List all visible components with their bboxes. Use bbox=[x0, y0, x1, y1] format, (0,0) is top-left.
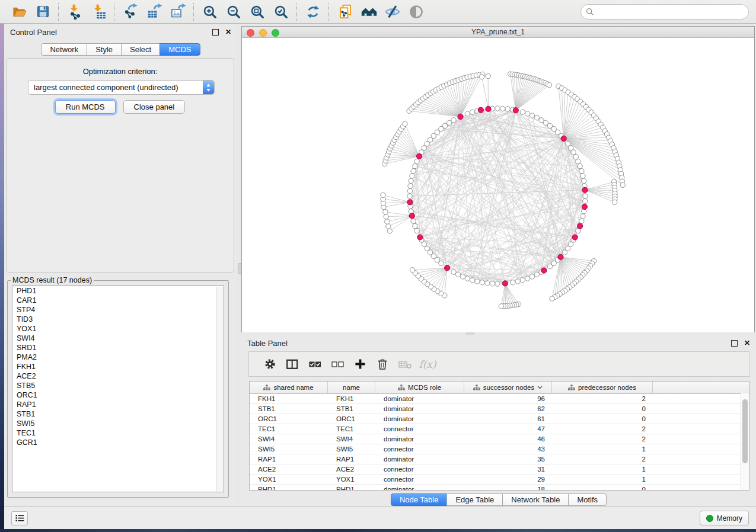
mcds-result-list[interactable]: PHD1CAR1STP4TID3YOX1SWI4SRD1PMA2FKH1ACE2… bbox=[12, 286, 224, 492]
graph-node[interactable] bbox=[465, 276, 470, 281]
graph-node[interactable] bbox=[414, 228, 419, 233]
graph-node[interactable] bbox=[571, 150, 576, 155]
table-cell[interactable]: 2 bbox=[552, 394, 653, 403]
graph-node[interactable] bbox=[529, 113, 534, 118]
graph-hub-node[interactable] bbox=[572, 235, 578, 240]
table-cell[interactable]: STB1 bbox=[328, 404, 375, 414]
table-row[interactable]: SWI5SWI5connector431 bbox=[250, 444, 749, 454]
table-cell[interactable]: dominator bbox=[375, 394, 464, 403]
table-cell[interactable]: 0 bbox=[552, 414, 653, 424]
table-cell[interactable]: 43 bbox=[464, 444, 552, 454]
graph-hub-node[interactable] bbox=[417, 153, 422, 159]
table-cell[interactable]: YOX1 bbox=[328, 475, 375, 484]
hide-details-icon[interactable] bbox=[381, 2, 404, 22]
graph-hub-node[interactable] bbox=[407, 200, 413, 205]
table-cell[interactable]: 46 bbox=[464, 434, 552, 444]
graph-node[interactable] bbox=[500, 106, 505, 111]
delete-column-icon[interactable] bbox=[371, 355, 394, 373]
graph-node[interactable] bbox=[520, 278, 525, 283]
graph-node[interactable] bbox=[414, 159, 419, 164]
mcds-result-item[interactable]: TID3 bbox=[12, 315, 224, 324]
table-cell[interactable]: RAP1 bbox=[250, 454, 328, 464]
mcds-list-scrollbar[interactable] bbox=[216, 287, 223, 491]
table-cell[interactable]: dominator bbox=[375, 485, 464, 491]
table-cell[interactable]: 2 bbox=[552, 424, 653, 434]
zoom-fit-icon[interactable] bbox=[245, 2, 269, 22]
window-minimize-icon[interactable] bbox=[259, 29, 267, 37]
create-column-icon[interactable] bbox=[349, 355, 371, 373]
open-session-icon[interactable] bbox=[7, 2, 31, 22]
mcds-result-item[interactable]: FKH1 bbox=[12, 362, 224, 371]
graph-node[interactable] bbox=[534, 272, 539, 277]
zoom-in-icon[interactable] bbox=[198, 2, 222, 22]
table-cell[interactable]: ORC1 bbox=[250, 414, 328, 424]
table-cell[interactable]: TEC1 bbox=[328, 424, 375, 434]
table-scrollbar[interactable] bbox=[741, 393, 749, 490]
graph-node[interactable] bbox=[455, 272, 460, 277]
graph-node[interactable] bbox=[413, 223, 417, 228]
graph-node[interactable] bbox=[495, 281, 500, 286]
table-cell[interactable]: RAP1 bbox=[328, 454, 375, 464]
graph-hub-node[interactable] bbox=[558, 254, 563, 259]
mcds-result-item[interactable]: SRD1 bbox=[12, 343, 224, 352]
table-row[interactable]: TEC1TEC1connector472 bbox=[250, 424, 749, 434]
graph-node[interactable] bbox=[579, 168, 584, 173]
float-panel-icon[interactable] bbox=[212, 29, 219, 36]
mcds-result-item[interactable]: CAR1 bbox=[12, 296, 224, 305]
graph-node[interactable] bbox=[480, 280, 484, 285]
table-cell[interactable]: 96 bbox=[464, 394, 552, 403]
graph-node[interactable] bbox=[515, 279, 520, 284]
table-cell[interactable]: dominator bbox=[375, 454, 464, 464]
network-canvas[interactable] bbox=[242, 38, 754, 332]
mcds-result-item[interactable]: ACE2 bbox=[12, 371, 224, 381]
graph-node[interactable] bbox=[580, 174, 585, 178]
graph-hub-node[interactable] bbox=[561, 136, 566, 141]
graph-hub-node[interactable] bbox=[513, 108, 518, 113]
window-maximize-icon[interactable] bbox=[272, 29, 279, 37]
graph-node[interactable] bbox=[529, 274, 534, 279]
search-field[interactable] bbox=[580, 4, 749, 20]
graph-leaf-node[interactable] bbox=[387, 229, 392, 233]
export-table-icon[interactable] bbox=[142, 2, 166, 22]
graph-node[interactable] bbox=[470, 278, 474, 283]
graph-node[interactable] bbox=[411, 168, 416, 173]
table-cell[interactable]: 1 bbox=[552, 464, 653, 474]
table-row[interactable]: STB1STB1dominator620 bbox=[250, 404, 749, 414]
graph-node[interactable] bbox=[578, 164, 582, 168]
graph-node[interactable] bbox=[460, 274, 465, 279]
graph-leaf-node[interactable] bbox=[383, 209, 388, 214]
graph-node[interactable] bbox=[525, 111, 529, 116]
table-cell[interactable]: FKH1 bbox=[250, 394, 328, 403]
graph-leaf-node[interactable] bbox=[384, 214, 388, 219]
network-graph[interactable] bbox=[242, 38, 754, 332]
table-cell[interactable]: 1 bbox=[552, 475, 653, 484]
table-row[interactable]: YOX1YOX1connector291 bbox=[250, 475, 749, 485]
graph-node[interactable] bbox=[580, 214, 585, 219]
graph-node[interactable] bbox=[495, 106, 500, 111]
table-row[interactable]: ACE2ACE2connector311 bbox=[250, 464, 749, 475]
graph-node[interactable] bbox=[583, 194, 588, 198]
table-cell[interactable]: SWI5 bbox=[328, 444, 375, 454]
graph-hub-node[interactable] bbox=[541, 268, 547, 273]
zoom-out-icon[interactable] bbox=[222, 2, 245, 22]
table-cell[interactable]: 31 bbox=[464, 464, 552, 474]
graph-hub-node[interactable] bbox=[445, 265, 450, 271]
select-all-columns-icon[interactable] bbox=[304, 355, 326, 373]
mcds-result-item[interactable]: GCR1 bbox=[12, 438, 224, 447]
graph-leaf-node[interactable] bbox=[547, 82, 551, 87]
tab-network[interactable]: Network bbox=[41, 43, 87, 56]
table-row[interactable]: FKH1FKH1dominator962 bbox=[250, 394, 749, 404]
delete-table-icon[interactable] bbox=[394, 355, 416, 373]
graph-node[interactable] bbox=[470, 110, 474, 114]
table-cell[interactable]: 0 bbox=[552, 404, 653, 414]
show-column-panel-icon[interactable] bbox=[281, 355, 304, 373]
table-cell[interactable]: SWI4 bbox=[250, 434, 328, 444]
zoom-selected-icon[interactable] bbox=[269, 2, 293, 22]
refresh-icon[interactable] bbox=[301, 2, 325, 22]
table-cell[interactable]: 0 bbox=[552, 485, 653, 491]
mcds-result-item[interactable]: PMA2 bbox=[12, 352, 224, 362]
graph-node[interactable] bbox=[409, 178, 413, 183]
graph-node[interactable] bbox=[505, 107, 510, 111]
memory-button[interactable]: Memory bbox=[700, 511, 749, 525]
column-header-predecessor-nodes[interactable]: predecessor nodes bbox=[552, 382, 653, 393]
